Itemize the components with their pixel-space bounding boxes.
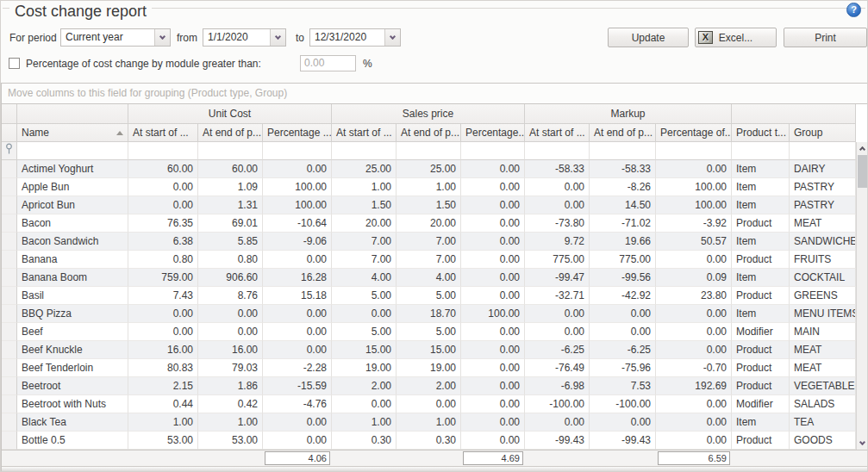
cell-mk-start[interactable]: -6.25 — [525, 341, 590, 359]
column-header-uc-pct[interactable]: Percentage ... — [263, 124, 332, 142]
cell-mk-end[interactable]: 0.00 — [590, 323, 656, 341]
cell-uc-start[interactable]: 7.43 — [128, 287, 198, 305]
cell-uc-start[interactable]: 0.00 — [128, 323, 198, 341]
cell-product-type[interactable]: Product — [732, 251, 790, 269]
cell-uc-end[interactable]: 0.00 — [198, 305, 263, 323]
table-row[interactable]: Bacon Sandwich6.385.85-9.067.007.000.009… — [2, 233, 856, 251]
filter-cell[interactable] — [17, 142, 128, 160]
cell-mk-end[interactable]: -8.26 — [590, 178, 656, 196]
row-indicator[interactable] — [2, 160, 17, 178]
table-row[interactable]: Actimel Yoghurt60.0060.000.0025.0025.000… — [2, 160, 856, 178]
cell-mk-start[interactable]: -76.49 — [525, 359, 590, 377]
cell-mk-end[interactable]: 7.53 — [590, 377, 656, 395]
cell-mk-start[interactable]: 0.00 — [525, 196, 590, 214]
cell-sp-start[interactable]: 20.00 — [332, 214, 397, 233]
cell-mk-pct[interactable]: 100.00 — [656, 178, 732, 196]
cell-name[interactable]: Beetroot with Nuts — [17, 395, 128, 413]
row-indicator[interactable] — [2, 178, 17, 196]
filter-cell[interactable] — [263, 142, 332, 160]
cell-product-type[interactable]: Product — [732, 214, 790, 233]
cell-sp-end[interactable]: 19.00 — [397, 359, 461, 377]
cell-group[interactable]: SANDWICHES — [790, 233, 856, 251]
cell-mk-pct[interactable]: 0.00 — [656, 160, 732, 178]
update-button[interactable]: Update — [608, 28, 689, 47]
cell-mk-start[interactable]: -73.80 — [525, 214, 590, 233]
cell-uc-pct[interactable]: 0.00 — [263, 251, 332, 269]
column-header-uc-end[interactable]: At end of p... — [198, 124, 263, 142]
cell-uc-pct[interactable]: -4.76 — [263, 395, 332, 413]
cell-mk-end[interactable]: -6.25 — [590, 341, 656, 359]
to-date-select[interactable]: 12/31/2020 — [309, 28, 401, 47]
cell-sp-pct[interactable]: 0.00 — [461, 341, 525, 359]
table-row[interactable]: Beetroot with Nuts0.440.42-4.760.000.000… — [2, 395, 856, 413]
table-row[interactable]: Beef0.000.000.005.005.000.000.000.000.00… — [2, 323, 856, 341]
cell-uc-start[interactable]: 6.38 — [128, 233, 198, 251]
cell-uc-start[interactable]: 0.00 — [128, 305, 198, 323]
column-header-mk-end[interactable]: At end of p... — [590, 124, 656, 142]
cell-group[interactable]: TEA — [790, 413, 856, 432]
table-row[interactable]: Apricot Bun0.001.31100.001.501.500.000.0… — [2, 196, 856, 214]
cell-uc-pct[interactable]: 0.00 — [263, 432, 332, 450]
cell-sp-start[interactable]: 4.00 — [332, 269, 397, 287]
row-indicator[interactable] — [2, 196, 17, 214]
cell-name[interactable]: Basil — [17, 287, 128, 305]
cell-mk-start[interactable]: 775.00 — [525, 251, 590, 269]
cell-mk-start[interactable]: -6.98 — [525, 377, 590, 395]
cell-sp-end[interactable]: 18.70 — [397, 305, 461, 323]
cell-uc-pct[interactable]: 0.00 — [263, 305, 332, 323]
cell-group[interactable]: DAIRY — [790, 160, 856, 178]
cell-product-type[interactable]: Product — [732, 377, 790, 395]
from-date-select[interactable]: 1/1/2020 — [203, 28, 286, 47]
help-icon[interactable]: ? — [846, 3, 861, 17]
cell-uc-end[interactable]: 60.00 — [198, 160, 263, 178]
cell-mk-end[interactable]: 775.00 — [590, 251, 656, 269]
cell-mk-end[interactable]: -99.56 — [590, 269, 656, 287]
cell-uc-end[interactable]: 5.85 — [198, 233, 263, 251]
row-indicator[interactable] — [2, 233, 17, 251]
cell-name[interactable]: Actimel Yoghurt — [17, 160, 128, 178]
cell-uc-end[interactable]: 1.09 — [198, 178, 263, 196]
cell-group[interactable]: MEAT — [790, 214, 856, 233]
cell-sp-start[interactable]: 5.00 — [332, 287, 397, 305]
cell-sp-pct[interactable]: 0.00 — [461, 178, 525, 196]
cell-sp-pct[interactable]: 0.00 — [461, 377, 525, 395]
cell-product-type[interactable]: Product — [732, 432, 790, 450]
table-row[interactable]: Banana Boom759.00906.6016.284.004.000.00… — [2, 269, 856, 287]
cell-sp-end[interactable]: 0.00 — [397, 395, 461, 413]
chevron-down-icon[interactable] — [270, 29, 285, 46]
row-indicator[interactable] — [2, 359, 17, 377]
cell-uc-start[interactable]: 76.35 — [128, 214, 198, 233]
row-indicator[interactable] — [2, 377, 17, 395]
cell-product-type[interactable]: Modifier — [732, 323, 790, 341]
cell-sp-end[interactable]: 5.00 — [397, 287, 461, 305]
cell-mk-pct[interactable]: 0.00 — [656, 432, 732, 450]
cell-uc-end[interactable]: 0.42 — [198, 395, 263, 413]
cell-uc-end[interactable]: 69.01 — [198, 214, 263, 233]
cell-mk-end[interactable]: 0.00 — [590, 305, 656, 323]
cell-product-type[interactable]: Item — [732, 178, 790, 196]
cell-uc-start[interactable]: 0.80 — [128, 251, 198, 269]
cell-mk-pct[interactable]: 0.00 — [656, 323, 732, 341]
excel-button[interactable]: X Excel... — [695, 28, 777, 47]
row-indicator[interactable] — [2, 287, 17, 305]
cell-mk-start[interactable]: 9.72 — [525, 233, 590, 251]
filter-cell[interactable] — [656, 142, 732, 160]
cell-mk-pct[interactable]: 0.00 — [656, 395, 732, 413]
cell-uc-end[interactable]: 1.31 — [198, 196, 263, 214]
cell-uc-start[interactable]: 2.15 — [128, 377, 198, 395]
cell-name[interactable]: Apple Bun — [17, 178, 128, 196]
row-indicator[interactable] — [2, 341, 17, 359]
chevron-down-icon[interactable] — [154, 29, 170, 46]
cell-mk-pct[interactable]: 0.09 — [656, 269, 732, 287]
cell-group[interactable]: GOODS — [790, 432, 856, 450]
filter-cell[interactable] — [590, 142, 656, 160]
cell-uc-end[interactable]: 16.00 — [198, 341, 263, 359]
cell-name[interactable]: Bacon — [17, 214, 128, 233]
filter-cell[interactable] — [128, 142, 198, 160]
cell-mk-pct[interactable]: 100.00 — [656, 196, 732, 214]
filter-pin-icon[interactable] — [2, 142, 17, 160]
cell-uc-end[interactable]: 0.80 — [198, 251, 263, 269]
cell-sp-start[interactable]: 15.00 — [332, 341, 397, 359]
cell-sp-pct[interactable]: 0.00 — [461, 233, 525, 251]
column-header-product-type[interactable]: Product t... — [732, 124, 790, 142]
